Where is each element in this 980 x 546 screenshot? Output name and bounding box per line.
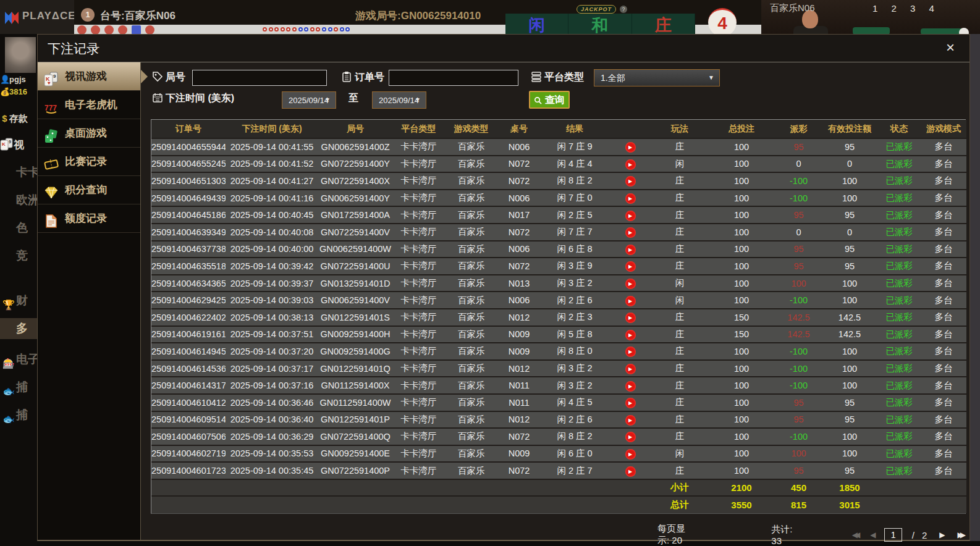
round-number: GN0112591400W — [318, 394, 392, 411]
play-video-icon[interactable]: ▶ — [625, 346, 636, 357]
order-number: 250914004614536 — [151, 360, 226, 377]
column-header: 有效投注额 — [822, 120, 877, 138]
table-number: N072 — [497, 462, 541, 479]
play-video-icon[interactable]: ▶ — [625, 296, 636, 306]
modal-menu-item-视讯游戏[interactable]: 9K♥视讯游戏 — [38, 62, 140, 91]
user-icon: 👤 — [0, 75, 9, 84]
play-video-icon[interactable]: ▶ — [625, 211, 636, 221]
empty-cell — [392, 496, 445, 513]
play-video-icon[interactable]: ▶ — [625, 398, 636, 408]
bet-zone-和[interactable]: 和 — [568, 14, 632, 35]
play-video-icon[interactable]: ▶ — [625, 193, 636, 204]
table-row: 2509140046095142025-09-14 00:36:40GN0122… — [151, 411, 966, 429]
column-header: 游戏类型 — [445, 120, 497, 138]
bet-type: 闲 — [652, 445, 708, 463]
bet-time: 2025-09-14 00:41:52 — [226, 156, 318, 173]
game-type: 百家乐 — [445, 377, 497, 394]
bg-nav-item-欧洲[interactable]: 欧洲 — [0, 190, 37, 211]
date-to-picker[interactable]: 2025/09/14 ▼ — [372, 91, 426, 109]
result: 闲 2 庄 3 — [541, 309, 609, 326]
query-button[interactable]: 查询 — [529, 91, 570, 109]
play-video-icon[interactable]: ▶ — [625, 432, 636, 442]
game-mode: 多台 — [921, 190, 966, 207]
background-left-nav: 👤pgjs 💰3816 $存款 9 K 视 卡卡欧洲色竞🏆财多🎰电子🐟捕🐟捕 — [0, 34, 37, 546]
bg-nav-item-卡卡[interactable]: 卡卡 — [0, 162, 37, 183]
video-cell: ▶ — [609, 377, 652, 394]
play-video-icon[interactable]: ▶ — [625, 330, 636, 340]
modal-menu-item-label: 额度记录 — [65, 204, 107, 233]
road-marker — [104, 25, 114, 35]
bet-zone-庄[interactable]: 庄 — [632, 14, 695, 35]
road-marker — [145, 25, 154, 35]
avatar[interactable] — [5, 37, 36, 73]
last-page-icon[interactable]: ▶▶ — [958, 531, 963, 539]
play-video-icon[interactable]: ▶ — [625, 279, 636, 289]
bet-zone-闲[interactable]: 闲 — [505, 14, 568, 35]
bet-type: 庄 — [652, 206, 708, 224]
game-mode: 多台 — [921, 411, 966, 429]
modal-menu-item-积分查询[interactable]: 积分查询 — [38, 176, 140, 204]
platform-type: 卡卡湾厅 — [392, 241, 445, 258]
modal-menu-item-额度记录[interactable]: 额度记录 — [38, 204, 140, 233]
bg-nav-item-捕[interactable]: 🐟捕 — [0, 377, 37, 398]
order-filter-input[interactable] — [389, 70, 518, 86]
bg-nav-item-多[interactable]: 多 — [0, 318, 37, 339]
modal-menu-item-电子老虎机[interactable]: 777电子老虎机 — [38, 91, 140, 119]
table-number: N072 — [497, 156, 541, 173]
chevron-down-icon: ▼ — [324, 92, 331, 108]
bg-nav-item-色[interactable]: 色 — [0, 217, 37, 238]
round-filter-input[interactable] — [192, 70, 327, 86]
countdown-timer: 4 — [708, 8, 737, 36]
bead-blue — [328, 27, 332, 32]
empty-cell — [445, 479, 497, 497]
jackpot-help-icon[interactable]: ? — [620, 6, 627, 13]
cards-icon: 9 K — [0, 138, 14, 151]
dollar-icon: $ — [0, 113, 9, 124]
bet-time-filter-label: 下注时间 (美东) — [166, 92, 234, 105]
play-video-icon[interactable]: ▶ — [625, 449, 636, 460]
bg-nav-item-竞[interactable]: 竞 — [0, 245, 37, 266]
play-video-icon[interactable]: ▶ — [625, 313, 636, 323]
bg-nav-item-财[interactable]: 🏆财 — [0, 290, 37, 311]
deposit-button[interactable]: 存款 — [9, 113, 28, 124]
valid-bet: 95 — [822, 206, 877, 224]
close-icon[interactable]: × — [946, 40, 955, 56]
play-video-icon[interactable]: ▶ — [625, 364, 636, 374]
current-page-input[interactable]: 1 — [884, 528, 902, 542]
modal-menu-item-比赛记录[interactable]: 比赛记录 — [38, 148, 140, 176]
platform-select[interactable]: 1.全部 ▼ — [594, 69, 720, 86]
platform-type: 卡卡湾厅 — [392, 258, 445, 275]
table-row: 2509140046513032025-09-14 00:41:27GN0722… — [151, 172, 966, 190]
play-video-icon[interactable]: ▶ — [625, 415, 636, 426]
round-number: GN0062591400W — [318, 241, 392, 258]
status-badge: 已派彩 — [877, 309, 921, 326]
play-video-icon[interactable]: ▶ — [625, 227, 636, 238]
play-video-icon[interactable]: ▶ — [625, 245, 636, 255]
play-video-icon[interactable]: ▶ — [625, 466, 636, 477]
status-badge: 已派彩 — [877, 394, 921, 411]
play-video-icon[interactable]: ▶ — [625, 381, 636, 392]
empty-cell — [318, 496, 392, 513]
status-badge: 已派彩 — [877, 292, 921, 309]
play-video-icon[interactable]: ▶ — [625, 159, 636, 170]
video-tab-label[interactable]: 视 — [14, 139, 24, 151]
prev-page-icon[interactable]: ◀ — [870, 531, 876, 539]
play-video-icon[interactable]: ▶ — [625, 176, 636, 187]
platform-filter-label: 平台类型 — [544, 71, 584, 84]
video-cell: ▶ — [609, 428, 652, 445]
table-row: 2509140046143172025-09-14 00:37:16GN0112… — [151, 377, 966, 394]
play-video-icon[interactable]: ▶ — [625, 261, 636, 272]
bet-time: 2025-09-14 00:39:37 — [226, 275, 318, 292]
next-page-icon[interactable]: ▶ — [939, 531, 945, 539]
round-number: GN0722591400Y — [318, 156, 392, 173]
round-number: GN0722591400U — [318, 258, 392, 275]
first-page-icon[interactable]: ◀◀ — [852, 531, 857, 539]
play-video-icon[interactable]: ▶ — [625, 142, 636, 153]
status-badge: 已派彩 — [877, 206, 921, 224]
bg-nav-item-捕[interactable]: 🐟捕 — [0, 405, 37, 426]
bg-nav-item-电子[interactable]: 🎰电子 — [0, 349, 37, 370]
order-number: 250914004635518 — [151, 258, 226, 275]
result: 闲 3 庄 2 — [541, 360, 609, 377]
modal-menu-item-桌面游戏[interactable]: 桌面游戏 — [38, 119, 140, 148]
date-from-picker[interactable]: 2025/09/14 ▼ — [282, 91, 336, 109]
